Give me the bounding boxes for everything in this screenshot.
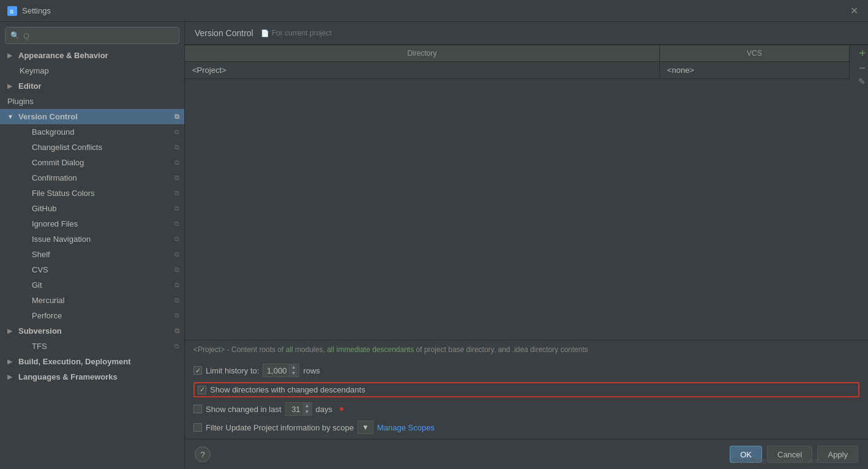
copy-icon: ⧉ xyxy=(174,266,179,274)
copy-icon: ⧉ xyxy=(174,250,179,258)
sidebar-item-issue-navigation[interactable]: Issue Navigation ⧉ xyxy=(0,231,184,247)
sidebar-item-github[interactable]: GitHub ⧉ xyxy=(0,201,184,216)
main-content: 🔍 ▶ Appearance & Behavior Keymap ▶ Edito… xyxy=(0,22,868,469)
options-area: Limit history to: ▲ ▼ rows xyxy=(185,359,868,439)
search-input[interactable] xyxy=(23,31,174,40)
sidebar-item-label: Git xyxy=(32,280,42,290)
sidebar-item-plugins[interactable]: Plugins xyxy=(0,94,184,109)
panel-title: Version Control xyxy=(195,28,253,38)
sidebar-item-confirmation[interactable]: Confirmation ⧉ xyxy=(0,170,184,186)
svg-text:S: S xyxy=(10,9,13,15)
sidebar-item-mercurial[interactable]: Mercurial ⧉ xyxy=(0,293,184,308)
table-cell-vcs: <none> xyxy=(659,62,849,79)
days-value-input[interactable] xyxy=(286,405,303,414)
sidebar-item-keymap[interactable]: Keymap xyxy=(0,63,184,78)
remove-vcs-button[interactable]: − xyxy=(859,62,866,73)
manage-scopes-link[interactable]: Manage Scopes xyxy=(377,423,435,432)
info-highlight-descendants: all immediate descendants xyxy=(327,345,414,354)
arrow-icon: ▼ xyxy=(7,113,15,120)
sidebar-item-shelf[interactable]: Shelf ⧉ xyxy=(0,247,184,262)
option-show-dirs-changed: Show directories with changed descendant… xyxy=(193,382,859,397)
sidebar-item-label: Plugins xyxy=(7,97,34,106)
sidebar-item-background[interactable]: Background ⧉ xyxy=(0,124,184,140)
sidebar-item-appearance[interactable]: ▶ Appearance & Behavior xyxy=(0,48,184,63)
copy-icon: ⧉ xyxy=(174,189,179,197)
main-header: Version Control 📄 For current project xyxy=(185,22,868,45)
copy-icon: ⧉ xyxy=(174,281,179,289)
sidebar-nav: ▶ Appearance & Behavior Keymap ▶ Editor … xyxy=(0,48,184,469)
sidebar-item-git[interactable]: Git ⧉ xyxy=(0,277,184,293)
sidebar-item-languages-frameworks[interactable]: ▶ Languages & Frameworks xyxy=(0,369,184,385)
option-show-changed-last: Show changed in last ▲ ▼ days xyxy=(193,402,859,416)
watermark: https://blog.csdn.net/f4112cd xyxy=(733,457,819,464)
main-panel: Version Control 📄 For current project Di… xyxy=(185,22,868,469)
limit-history-label-before: Limit history to: xyxy=(206,366,259,375)
copy-icon: ⧉ xyxy=(174,174,179,182)
page-icon: 📄 xyxy=(261,29,269,37)
vcs-table-container: Directory VCS <Project> <none> + − xyxy=(185,45,868,79)
sidebar-item-changelist-conflicts[interactable]: Changelist Conflicts ⧉ xyxy=(0,140,184,155)
spin-down-button[interactable]: ▼ xyxy=(290,370,297,377)
sidebar-item-label: Shelf xyxy=(32,250,50,259)
help-button[interactable]: ? xyxy=(195,446,211,462)
sidebar-item-commit-dialog[interactable]: Commit Dialog ⧉ xyxy=(0,155,184,170)
app-icon: S xyxy=(7,6,17,16)
vcs-table: Directory VCS <Project> <none> xyxy=(185,45,850,79)
arrow-icon: ▶ xyxy=(7,52,15,59)
copy-icon: ⧉ xyxy=(174,327,179,335)
add-vcs-button[interactable]: + xyxy=(859,48,866,59)
sidebar-item-label: Keymap xyxy=(20,66,49,75)
sidebar-item-label: Confirmation xyxy=(32,173,77,182)
copy-icon: ⧉ xyxy=(174,204,179,212)
option-filter-update: Filter Update Project information by sco… xyxy=(193,421,859,434)
spin-up-button[interactable]: ▲ xyxy=(290,364,297,370)
sidebar-item-label: Build, Execution, Deployment xyxy=(18,357,130,366)
copy-icon: ⧉ xyxy=(174,235,179,243)
sidebar-item-label: Ignored Files xyxy=(32,219,78,228)
sidebar-item-cvs[interactable]: CVS ⧉ xyxy=(0,262,184,277)
spin-down-days-button[interactable]: ▼ xyxy=(304,409,311,415)
history-value-input[interactable] xyxy=(263,366,289,375)
main-body: Directory VCS <Project> <none> + − xyxy=(185,45,868,439)
sidebar-item-label: CVS xyxy=(32,265,48,274)
sidebar-item-label: Languages & Frameworks xyxy=(18,372,118,381)
sidebar-item-ignored-files[interactable]: Ignored Files ⧉ xyxy=(0,216,184,231)
col-header-vcs: VCS xyxy=(659,45,849,62)
titlebar: S Settings ✕ xyxy=(0,0,868,22)
sidebar-item-label: Subversion xyxy=(18,326,62,336)
show-changed-last-label-after: days xyxy=(316,405,332,414)
sidebar-item-perforce[interactable]: Perforce ⧉ xyxy=(0,308,184,323)
edit-vcs-button[interactable]: ✎ xyxy=(858,77,866,86)
show-dirs-changed-checkbox[interactable] xyxy=(198,386,206,394)
search-icon: 🔍 xyxy=(10,31,20,40)
show-changed-last-checkbox[interactable] xyxy=(193,405,202,413)
apply-button[interactable]: Apply xyxy=(817,446,858,463)
settings-window: S Settings ✕ 🔍 ▶ Appearance & Behavior K… xyxy=(0,0,868,469)
filter-update-checkbox[interactable] xyxy=(193,423,202,432)
current-project-link[interactable]: 📄 For current project xyxy=(261,29,332,37)
info-highlight-all: all xyxy=(286,345,293,354)
limit-history-checkbox[interactable] xyxy=(193,366,202,375)
sidebar-item-version-control[interactable]: ▼ Version Control ⧉ xyxy=(0,109,184,124)
sidebar: 🔍 ▶ Appearance & Behavior Keymap ▶ Edito… xyxy=(0,22,185,469)
history-number-input[interactable]: ▲ ▼ xyxy=(263,364,299,377)
table-cell-directory: <Project> xyxy=(185,62,659,79)
arrow-icon: ▶ xyxy=(7,373,15,380)
sidebar-item-build-execution[interactable]: ▶ Build, Execution, Deployment xyxy=(0,354,184,369)
sidebar-item-editor[interactable]: ▶ Editor xyxy=(0,78,184,94)
days-number-input[interactable]: ▲ ▼ xyxy=(285,402,312,416)
sidebar-item-label: GitHub xyxy=(32,204,56,213)
search-box[interactable]: 🔍 xyxy=(5,27,179,44)
spin-up-days-button[interactable]: ▲ xyxy=(304,403,311,409)
sidebar-item-file-status-colors[interactable]: File Status Colors ⧉ xyxy=(0,186,184,201)
sidebar-item-tfs[interactable]: TFS ⧉ xyxy=(0,339,184,354)
arrow-icon: ▶ xyxy=(7,358,15,365)
sidebar-item-label: File Status Colors xyxy=(32,189,95,198)
table-row[interactable]: <Project> <none> xyxy=(185,62,850,79)
dropdown-arrow-icon: ▼ xyxy=(362,423,369,432)
sidebar-item-subversion[interactable]: ▶ Subversion ⧉ xyxy=(0,323,184,339)
close-button[interactable]: ✕ xyxy=(848,2,861,19)
copy-icon: ⧉ xyxy=(174,296,179,304)
scope-dropdown-button[interactable]: ▼ xyxy=(357,421,373,434)
sidebar-item-label: Appearance & Behavior xyxy=(18,51,108,60)
